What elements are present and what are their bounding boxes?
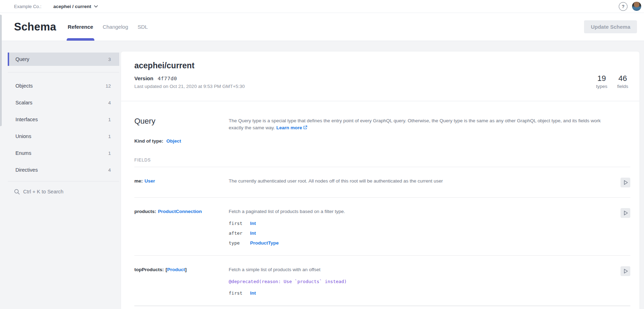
tab-reference[interactable]: Reference	[68, 13, 93, 41]
sidebar-item-scalars[interactable]: Scalars 4	[8, 96, 119, 109]
play-icon	[622, 179, 629, 186]
page-header: Schema Reference Changelog SDL Update Sc…	[0, 13, 644, 41]
schema-stats: 19 types 46 fields	[596, 74, 628, 89]
sidebar-item-count: 4	[108, 167, 111, 173]
field-name: topProducts:	[134, 267, 164, 272]
argument-type-link[interactable]: ProductType	[250, 240, 279, 246]
type-suffix: ]	[185, 267, 187, 272]
argument-row: after Int	[229, 231, 613, 236]
sidebar-divider	[8, 72, 119, 73]
argument-type-link[interactable]: Int	[250, 290, 256, 296]
argument-name: first	[229, 221, 250, 226]
tab-bar: Reference Changelog SDL	[68, 13, 148, 41]
run-in-explorer-button[interactable]	[620, 208, 630, 218]
field-description: Fetch a paginated list of products based…	[229, 208, 611, 215]
learn-more-link[interactable]: Learn more	[276, 125, 308, 130]
sidebar-item-count: 1	[108, 134, 111, 139]
argument-name: type	[229, 240, 250, 246]
sidebar-item-count: 12	[106, 83, 111, 89]
fields-heading: FIELDS	[134, 158, 630, 167]
field-row-products: products:ProductConnection Fetch a pagin…	[134, 198, 630, 256]
graph-selector-dropdown[interactable]: acephei / current	[53, 4, 98, 9]
field-details: Fetch a paginated list of products based…	[229, 208, 620, 246]
sidebar-item-count: 1	[108, 117, 111, 122]
argument-row: first Int	[229, 290, 613, 296]
question-mark-icon: ?	[622, 4, 625, 9]
stat-label: fields	[617, 84, 628, 89]
sidebar-divider	[8, 181, 119, 181]
active-tab-indicator	[67, 38, 94, 41]
type-description: The Query type is a special type that de…	[229, 117, 616, 131]
kind-value-link[interactable]: Object	[166, 138, 181, 144]
graph-selector-label: acephei / current	[53, 4, 91, 9]
sidebar-item-label: Directives	[15, 167, 38, 173]
sidebar-item-enums[interactable]: Enums 1	[8, 146, 119, 160]
field-name: me:	[134, 178, 143, 184]
argument-name: first	[229, 290, 250, 296]
stat-label: types	[596, 84, 607, 89]
run-in-explorer-button[interactable]	[620, 178, 630, 187]
external-link-icon	[303, 125, 307, 130]
update-schema-button[interactable]: Update Schema	[584, 20, 637, 33]
version-row: Version 4f77d0	[134, 75, 245, 81]
version-value: 4f77d0	[157, 76, 177, 81]
argument-row: first Int	[229, 221, 613, 226]
play-icon	[622, 209, 629, 217]
sidebar-item-directives[interactable]: Directives 4	[8, 163, 119, 177]
argument-row: type ProductType	[229, 240, 613, 246]
chevron-down-icon	[94, 5, 98, 8]
field-type-link[interactable]: ProductConnection	[158, 209, 202, 214]
run-in-explorer-button[interactable]	[620, 266, 630, 276]
field-type-link[interactable]: User	[145, 178, 155, 184]
tab-changelog[interactable]: Changelog	[103, 13, 128, 41]
sidebar-item-count: 3	[108, 57, 111, 62]
stat-value: 19	[596, 74, 607, 83]
tab-label: SDL	[137, 24, 148, 30]
field-type-link[interactable]: Product	[167, 267, 185, 272]
user-avatar[interactable]	[632, 2, 641, 11]
tab-sdl[interactable]: SDL	[137, 13, 148, 41]
tab-label: Reference	[68, 24, 93, 30]
argument-type-link[interactable]: Int	[250, 221, 256, 226]
schema-reference-panel: acephei/current Version 4f77d0 Last upda…	[121, 52, 639, 309]
search-icon	[14, 189, 20, 195]
last-updated: Last updated on Oct 21, 2020 at 9:53 PM …	[134, 84, 245, 89]
page-title: Schema	[14, 21, 56, 33]
kind-label: Kind of type:	[134, 138, 163, 144]
field-signature: me:User	[134, 178, 229, 185]
sidebar-item-label: Objects	[15, 83, 33, 89]
sidebar-item-label: Enums	[15, 150, 31, 156]
type-header: Query The Query type is a special type t…	[134, 117, 630, 131]
sidebar-item-unions[interactable]: Unions 1	[8, 130, 119, 143]
org-label: Example Co.:	[14, 4, 41, 9]
argument-type-link[interactable]: Int	[250, 231, 256, 236]
deprecated-annotation: @deprecated(reason: Use `products` inste…	[229, 278, 613, 285]
sidebar-item-interfaces[interactable]: Interfaces 1	[8, 113, 119, 126]
vertical-scrollbar[interactable]	[0, 15, 2, 126]
type-section-query: Query The Query type is a special type t…	[121, 101, 639, 306]
topbar-actions: ?	[619, 2, 641, 11]
row-divider	[134, 306, 630, 306]
sidebar-item-label: Scalars	[15, 100, 32, 105]
sidebar-item-count: 4	[108, 100, 111, 105]
schema-nav-sidebar: Query 3 Objects 12 Scalars 4 Interfaces …	[8, 53, 119, 197]
field-name: products:	[134, 209, 156, 214]
graph-title: acephei/current	[134, 61, 245, 70]
field-details: The currently authenticated user root. A…	[229, 178, 620, 185]
search-placeholder: Ctrl + K to Search	[23, 189, 63, 194]
sidebar-item-objects[interactable]: Objects 12	[8, 79, 119, 92]
stat-types: 19 types	[596, 74, 607, 89]
tab-label: Changelog	[103, 24, 128, 30]
help-button[interactable]: ?	[619, 2, 628, 11]
field-row-topproducts: topProducts:[Product] Fetch a simple lis…	[134, 256, 630, 306]
graph-summary-left: acephei/current Version 4f77d0 Last upda…	[134, 61, 245, 89]
sidebar-item-label: Unions	[15, 133, 31, 139]
sidebar-item-count: 1	[108, 151, 111, 156]
sidebar-item-label: Query	[15, 56, 29, 62]
field-description: The currently authenticated user root. A…	[229, 178, 611, 185]
sidebar-item-query[interactable]: Query 3	[8, 53, 119, 66]
field-signature: products:ProductConnection	[134, 208, 229, 215]
graph-summary-header: acephei/current Version 4f77d0 Last upda…	[121, 52, 639, 101]
stat-value: 46	[617, 74, 628, 83]
schema-search-trigger[interactable]: Ctrl + K to Search	[8, 186, 119, 197]
